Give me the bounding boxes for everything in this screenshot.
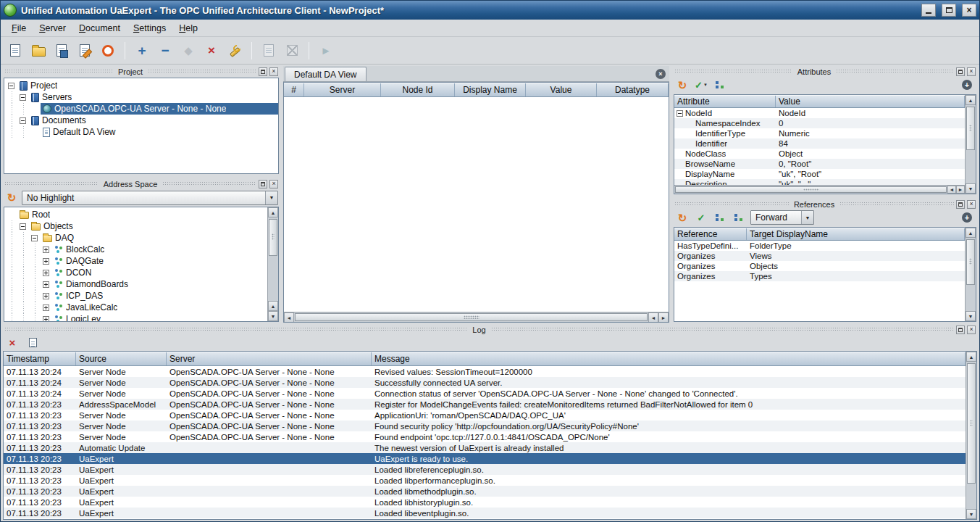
expand-icon[interactable] <box>43 293 49 299</box>
project-tree-item[interactable]: OpenSCADA.OPC-UA Server - None - None <box>7 103 278 115</box>
attribute-row[interactable]: BrowseName0, "Root" <box>674 159 965 169</box>
refresh-attributes-button[interactable]: ↻ <box>675 78 690 92</box>
menu-file[interactable]: File <box>5 21 33 36</box>
collapse-icon[interactable] <box>20 94 26 101</box>
address-tree-item[interactable]: DAQGate <box>7 255 267 267</box>
add-server-button[interactable]: + <box>131 40 153 62</box>
attribute-row[interactable]: NodeIdNodeId <box>674 108 965 118</box>
scroll-down-button[interactable]: ▼ <box>966 311 976 321</box>
scroll-up-button[interactable]: ▲ <box>966 95 976 105</box>
log-row[interactable]: 07.11.13 20:24Server NodeOpenSCADA.OPC-U… <box>4 366 966 377</box>
close-panel-button[interactable]: × <box>967 200 976 209</box>
scroll-right-button[interactable]: ► <box>956 186 965 194</box>
log-col-message[interactable]: Message <box>372 352 966 365</box>
close-panel-button[interactable]: × <box>967 67 976 76</box>
scrollbar-track[interactable] <box>966 105 976 183</box>
direction-combobox[interactable]: Forward ▼ <box>750 210 814 225</box>
log-row[interactable]: 07.11.13 20:23UaExpertUaExpert is ready … <box>4 453 966 464</box>
scrollbar-thumb[interactable] <box>966 107 975 150</box>
attribute-row[interactable]: NodeClassObject <box>674 149 965 159</box>
attribute-row[interactable]: Description"uk", "..." <box>674 179 965 185</box>
log-row[interactable]: 07.11.13 20:23UaExpertLoaded libmethodpl… <box>4 486 966 497</box>
float-panel-button[interactable] <box>956 200 965 209</box>
window-close-button[interactable]: × <box>962 4 976 17</box>
tab-default-da-view[interactable]: Default DA View <box>285 67 367 81</box>
project-tree-item[interactable]: Default DA View <box>7 126 278 138</box>
scrollbar-thumb[interactable] <box>966 239 975 285</box>
attr-col-attribute[interactable]: Attribute <box>674 96 776 107</box>
collapse-icon[interactable] <box>31 235 38 241</box>
save-as-button[interactable] <box>74 40 96 62</box>
project-tree-item[interactable]: Servers <box>7 91 278 103</box>
expand-icon[interactable] <box>43 304 49 311</box>
scroll-up-button[interactable]: ▲ <box>268 207 278 218</box>
da-col-datatype[interactable]: Datatype <box>597 83 669 96</box>
address-tree-item[interactable]: DAQ <box>7 232 267 244</box>
scroll-left-button[interactable]: ◄ <box>284 312 294 323</box>
address-tree-item[interactable]: BlockCalc <box>7 244 267 255</box>
log-row[interactable]: 07.11.13 20:23UaExpertLoaded libreferenc… <box>4 464 966 475</box>
address-tree-item[interactable]: Objects <box>7 220 267 232</box>
da-horizontal-scrollbar[interactable]: ◄ ◄ ► <box>284 312 669 322</box>
da-col-index[interactable]: # <box>284 83 304 96</box>
log-vertical-scrollbar[interactable]: ▲ ▼ <box>966 352 976 519</box>
address-tree-item[interactable]: LogicLev <box>7 313 267 321</box>
refresh-references-button[interactable]: ↻ <box>675 210 690 225</box>
log-row[interactable]: 07.11.13 20:23UaExpertLoaded libperforma… <box>4 475 966 486</box>
expand-icon[interactable] <box>43 316 49 322</box>
titlebar[interactable]: Unified Automation UaExpert - The OPC Un… <box>1 1 979 20</box>
da-col-nodeid[interactable]: Node Id <box>381 83 455 96</box>
scrollbar-track[interactable] <box>966 362 976 509</box>
remove-document-button[interactable] <box>281 40 303 62</box>
scroll-left-button-2[interactable]: ◄ <box>648 312 658 323</box>
attributes-horizontal-scrollbar[interactable]: ◄ ► <box>674 185 965 194</box>
scrollbar-track[interactable] <box>966 238 976 311</box>
clear-log-button[interactable]: × <box>5 335 20 349</box>
scrollbar-thumb[interactable] <box>295 313 648 321</box>
da-table-body[interactable] <box>284 97 669 312</box>
scroll-down-button[interactable]: ▼ <box>966 183 976 194</box>
address-tree-item[interactable]: ICP_DAS <box>7 290 267 302</box>
log-row[interactable]: 07.11.13 20:23Automatic UpdateThe newest… <box>4 442 966 453</box>
expand-icon[interactable] <box>43 246 49 253</box>
scroll-up-button[interactable]: ▲ <box>966 228 976 238</box>
scrollbar-thumb[interactable] <box>675 186 947 193</box>
browse-options-button[interactable] <box>732 210 746 225</box>
expand-icon[interactable] <box>43 258 49 265</box>
log-col-server[interactable]: Server <box>167 352 372 365</box>
scroll-right-button[interactable]: ► <box>658 312 669 323</box>
minimize-button[interactable] <box>921 4 936 17</box>
new-project-button[interactable] <box>4 40 26 62</box>
da-col-value[interactable]: Value <box>526 83 597 96</box>
ref-col-reference[interactable]: Reference <box>674 228 747 240</box>
float-panel-button[interactable] <box>259 67 267 76</box>
open-project-button[interactable] <box>28 40 49 62</box>
address-space-vertical-scrollbar[interactable]: ▲ ▲ ▼ <box>267 207 278 321</box>
reference-row[interactable]: OrganizesTypes <box>674 271 965 281</box>
da-col-server[interactable]: Server <box>304 83 381 96</box>
reference-row[interactable]: OrganizesObjects <box>674 261 965 271</box>
scroll-down-button[interactable]: ▼ <box>268 311 278 321</box>
scrollbar-track[interactable] <box>294 312 648 322</box>
da-col-displayname[interactable]: Display Name <box>455 83 526 96</box>
menu-help[interactable]: Help <box>172 21 204 36</box>
scroll-down-button[interactable]: ▼ <box>966 509 976 519</box>
scrollbar-track[interactable] <box>674 186 947 194</box>
reference-row[interactable]: OrganizesViews <box>674 251 965 261</box>
delete-server-button[interactable]: × <box>201 40 222 62</box>
scroll-up-button[interactable]: ▲ <box>966 352 976 362</box>
menu-settings[interactable]: Settings <box>127 21 172 36</box>
expand-icon[interactable] <box>43 281 49 288</box>
log-row[interactable]: 07.11.13 20:23AddressSpaceModelOpenSCADA… <box>4 399 966 410</box>
collapse-icon[interactable] <box>20 117 26 124</box>
attribute-row[interactable]: Identifier84 <box>674 138 965 149</box>
project-tree-item[interactable]: Documents <box>7 115 278 126</box>
expand-panel-button[interactable]: + <box>960 210 974 225</box>
attr-col-value[interactable]: Value <box>776 96 965 107</box>
scrollbar-thumb[interactable] <box>269 219 277 256</box>
maximize-button[interactable] <box>942 4 956 17</box>
expand-icon[interactable] <box>43 270 49 276</box>
close-panel-button[interactable]: × <box>967 326 976 334</box>
log-row[interactable]: 07.11.13 20:23Server NodeOpenSCADA.OPC-U… <box>4 420 966 431</box>
log-row[interactable]: 07.11.13 20:24Server NodeOpenSCADA.OPC-U… <box>4 388 966 399</box>
